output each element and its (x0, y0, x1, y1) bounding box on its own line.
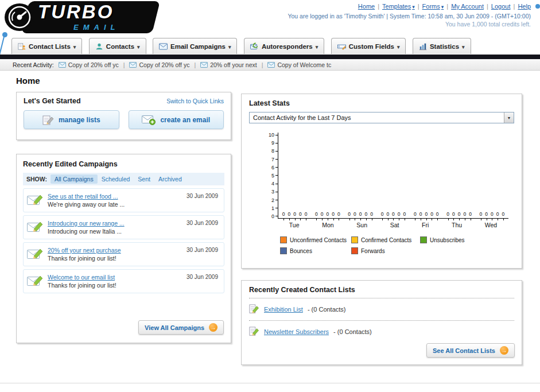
campaign-subtitle: We're giving away our late ... (48, 201, 125, 208)
manage-lists-button[interactable]: manage lists (24, 110, 119, 129)
envelope-icon (159, 43, 168, 50)
logo-title: TURBO (38, 1, 114, 23)
nav-tab-statistics[interactable]: Statistics (413, 38, 471, 54)
chart-category-label: Sat (390, 222, 399, 228)
filter-sent[interactable]: Sent (134, 174, 154, 184)
stats-legend: Unconfirmed ContactsConfirmed ContactsUn… (280, 236, 514, 254)
item-separator (123, 61, 125, 68)
recent-activity-item[interactable]: Copy of Welcome tc (267, 61, 331, 68)
chart-ytick-label: 1 (271, 206, 278, 211)
link-help[interactable]: Help (518, 3, 531, 10)
legend-item: Forwards (351, 247, 420, 254)
link-forms[interactable]: Forms (422, 3, 444, 10)
chart-value-label: 0 (348, 211, 351, 217)
chart-value-label: 0 (452, 211, 455, 217)
recent-activity-item-label: Copy of 20% off yc (68, 61, 119, 68)
legend-swatch-icon (351, 247, 358, 254)
nav-tab-label: Contacts (106, 43, 134, 50)
nav-tab-custom-fields[interactable]: Custom Fields (331, 38, 406, 54)
login-status-text: You are logged in as 'Timothy Smith' | S… (288, 13, 531, 20)
link-separator (378, 3, 379, 10)
chart-value-label: 0 (392, 211, 395, 217)
legend-swatch-icon (420, 236, 427, 243)
create-email-button[interactable]: create an email (129, 110, 224, 129)
recent-activity-label: Recent Activity: (13, 61, 54, 68)
chart-value-label: 0 (485, 211, 488, 217)
link-separator (418, 3, 419, 10)
nav-tab-contacts[interactable]: Contacts (89, 38, 146, 54)
nav-tab-email-campaigns[interactable]: Email Campaigns (153, 38, 237, 54)
link-my-account[interactable]: My Account (451, 3, 484, 10)
legend-label: Unsubscribes (430, 237, 465, 243)
chevron-down-icon (316, 43, 318, 50)
chart-ytick-label: 5 (271, 173, 278, 178)
campaign-date: 30 Jun 2009 (187, 193, 218, 199)
nav-tab-contact-lists[interactable]: Contact Lists (11, 38, 82, 54)
chart-value-label: 0 (332, 211, 335, 217)
create-email-label: create an email (160, 116, 210, 124)
chart-ytick-label: 0 (271, 214, 278, 219)
recent-activity-item[interactable]: Copy of 20% off yc (59, 61, 119, 68)
chart-value-label: 0 (337, 211, 340, 217)
filter-all-campaigns[interactable]: All Campaigns (50, 174, 98, 184)
get-started-title: Let's Get Started (24, 97, 81, 105)
chevron-down-icon (137, 43, 140, 50)
dropdown-caret-icon (504, 112, 514, 123)
link-home[interactable]: Home (358, 3, 375, 10)
link-separator (487, 3, 488, 10)
chart-value-label: 0 (425, 211, 428, 217)
chart-value-label: 0 (419, 211, 422, 217)
nav-tab-label: Contact Lists (29, 43, 71, 50)
recent-contact-lists-panel: Recently Created Contact Lists Exhibitio… (241, 280, 522, 365)
stats-period-dropdown[interactable]: Contact Activity for the Last 7 Days (249, 112, 514, 123)
chart-value-group: 00000 (315, 211, 340, 217)
chart-value-label: 0 (469, 211, 472, 217)
chart-plot-area: 00000000000000000000000000000000000 (278, 133, 508, 219)
chart-value-label: 0 (403, 211, 406, 217)
nav-divider-bar (0, 55, 540, 59)
campaign-title-link[interactable]: See us at the retail food ... (48, 193, 125, 200)
filter-archived[interactable]: Archived (154, 174, 186, 184)
chart-value-label: 0 (386, 211, 389, 217)
link-separator (514, 3, 515, 10)
switch-quick-links-link[interactable]: Switch to Quick Links (166, 98, 224, 104)
turbo-email-logo[interactable]: TURBO EMAIL (5, 1, 156, 33)
view-all-campaigns-label: View All Campaigns (145, 324, 204, 331)
legend-swatch-icon (280, 236, 287, 243)
contact-list-link[interactable]: Newsletter Subscribers (264, 328, 329, 335)
chart-value-label: 0 (353, 211, 356, 217)
chevron-down-icon (73, 43, 76, 50)
legend-label: Confirmed Contacts (361, 237, 411, 243)
recent-activity-item[interactable]: Copy of 20% off yc (129, 61, 189, 68)
nav-tab-autoresponders[interactable]: Autoresponders (244, 38, 324, 54)
view-all-campaigns-button[interactable]: View All Campaigns (138, 320, 224, 335)
filter-scheduled[interactable]: Scheduled (98, 174, 134, 184)
legend-label: Bounces (290, 248, 312, 254)
campaign-row: Welcome to our email list Thanks for joi… (23, 269, 224, 293)
envelope-icon (267, 62, 275, 68)
chart-value-label: 0 (299, 211, 302, 217)
stats-period-value: Contact Activity for the Last 7 Days (253, 114, 351, 121)
campaign-title-link[interactable]: Introducing our new range ... (48, 220, 125, 227)
campaign-title-link[interactable]: Welcome to our email list (48, 274, 116, 281)
chart-value-label: 0 (293, 211, 296, 217)
chart-ytick-label: 9 (271, 141, 278, 145)
link-templates-label: Templates (382, 3, 411, 10)
nav-tab-label: Autoresponders (262, 43, 313, 50)
link-templates[interactable]: Templates (382, 3, 415, 10)
chart-ytick-label: 7 (271, 157, 278, 162)
contact-activity-chart: 109876543210 000000000000000000000000000… (265, 133, 508, 219)
chart-ytick-label: 3 (271, 189, 278, 194)
nav-tab-label: Custom Fields (349, 43, 394, 50)
campaign-row: See us at the retail food ... We're givi… (23, 188, 224, 212)
contact-list-link[interactable]: Exhibition List (264, 306, 303, 313)
chart-value-group: 00000 (414, 211, 439, 217)
chart-category-label: Mon (322, 222, 333, 228)
recent-activity-item[interactable]: 20% off your next (200, 61, 257, 68)
chart-value-label: 0 (414, 211, 417, 217)
see-all-contact-lists-button[interactable]: See All Contact Lists (426, 343, 515, 358)
link-logout[interactable]: Logout (491, 3, 511, 10)
campaign-title-link[interactable]: 20% off your next purchase (48, 247, 121, 254)
list-pencil-icon (249, 304, 259, 315)
chart-value-label: 0 (288, 211, 291, 217)
